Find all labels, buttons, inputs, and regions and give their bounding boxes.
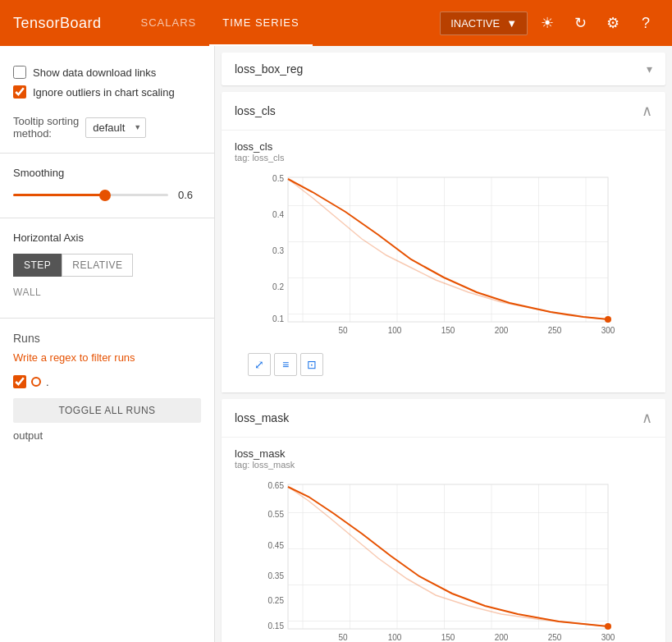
smoothing-section: Smoothing 0.6 [0,160,214,211]
loss-cls-chart-title: loss_cls [235,140,652,153]
svg-text:0.55: 0.55 [267,510,284,519]
svg-text:0.5: 0.5 [272,174,284,183]
axis-buttons: STEP RELATIVE [13,254,201,277]
svg-text:0.15: 0.15 [267,621,284,631]
data-table-button[interactable]: ≡ [274,353,297,376]
header-nav: SCALARS TIME SERIES [128,0,313,46]
runs-filter[interactable]: Write a regex to filter runs [13,351,201,364]
chart-group-loss-cls: loss_cls ∧ loss_cls tag: loss_cls [222,92,665,392]
show-download-checkbox[interactable] [13,66,26,79]
collapse-icon-loss-mask: ∧ [642,409,652,427]
smoothing-label: Smoothing [13,167,201,179]
svg-text:0.3: 0.3 [272,246,284,255]
tooltip-select-wrapper: default [85,117,146,138]
svg-text:150: 150 [441,633,455,642]
svg-text:300: 300 [601,633,615,642]
step-button[interactable]: STEP [13,254,62,277]
app-logo: TensorBoard [13,15,102,32]
ignore-outliers-label: Ignore outliers in chart scaling [33,86,175,99]
collapse-icon-loss-cls: ∧ [642,102,652,120]
divider-3 [0,318,214,319]
loss-mask-header[interactable]: loss_mask ∧ [222,399,665,438]
loss-cls-tag: tag: loss_cls [235,153,652,163]
loss-mask-card: loss_mask tag: loss_mask 0.65 0.55 0. [222,438,665,642]
svg-text:250: 250 [547,326,561,335]
svg-rect-0 [288,177,608,322]
h-axis-label: Horizontal Axis [13,232,201,244]
svg-rect-13 [288,484,608,629]
svg-text:0.1: 0.1 [272,314,284,323]
help-icon[interactable]: ? [633,10,659,36]
loss-box-reg-header[interactable]: loss_box_reg ▾ [222,53,665,85]
h-axis-section: Horizontal Axis STEP RELATIVE WALL [0,225,214,311]
loss-cls-card: loss_cls tag: loss_cls 0.5 0.4 [222,131,665,392]
main-layout: Show data download links Ignore outliers… [0,46,672,642]
svg-text:150: 150 [441,326,455,335]
relative-button[interactable]: RELATIVE [62,254,133,277]
toggle-all-runs-button[interactable]: TOGGLE ALL RUNS [13,398,201,423]
loss-cls-svg: 0.5 0.4 0.3 0.2 0.1 50 100 150 200 250 3… [255,169,633,350]
chart-group-loss-mask: loss_mask ∧ loss_mask tag: loss_mask [222,399,665,642]
loss-cls-chart: 0.5 0.4 0.3 0.2 0.1 50 100 150 200 250 3… [255,169,633,350]
svg-text:100: 100 [387,326,401,335]
svg-text:50: 50 [338,326,348,335]
show-download-label: Show data download links [33,66,156,79]
svg-text:250: 250 [547,633,561,642]
runs-section: Runs Write a regex to filter runs . TOGG… [0,325,214,448]
run-item-dot: . [13,374,201,390]
runs-title: Runs [13,332,201,345]
loss-mask-svg: 0.65 0.55 0.45 0.35 0.25 0.15 50 100 150… [255,476,633,642]
run-label: . [46,376,49,388]
sidebar: Show data download links Ignore outliers… [0,46,215,642]
loss-mask-title: loss_mask [235,411,289,424]
loss-cls-title: loss_cls [235,104,276,117]
loss-mask-chart: 0.65 0.55 0.45 0.35 0.25 0.15 50 100 150… [255,476,633,642]
brightness-icon[interactable]: ☀ [534,10,560,36]
status-selector[interactable]: INACTIVE ▼ [440,11,528,35]
loss-cls-header[interactable]: loss_cls ∧ [222,92,665,131]
svg-text:0.45: 0.45 [267,541,284,550]
svg-text:100: 100 [387,633,401,642]
header-right: INACTIVE ▼ ☀ ↻ ⚙ ? [440,10,659,36]
slider-row: 0.6 [13,189,201,201]
loss-cls-toolbar: ⤢ ≡ ⊡ [235,350,652,383]
wall-label: WALL [13,283,201,301]
svg-point-12 [605,316,611,323]
refresh-icon[interactable]: ↻ [567,10,593,36]
svg-point-26 [605,623,611,630]
sidebar-options: Show data download links Ignore outliers… [0,56,214,108]
tooltip-select[interactable]: default [85,117,146,138]
divider-1 [0,153,214,154]
svg-text:300: 300 [601,326,615,335]
fit-domain-button[interactable]: ⊡ [300,353,323,376]
nav-time-series[interactable]: TIME SERIES [209,0,312,46]
header: TensorBoard SCALARS TIME SERIES INACTIVE… [0,0,672,46]
svg-text:0.35: 0.35 [267,571,284,580]
svg-text:200: 200 [494,326,508,335]
ignore-outliers-checkbox[interactable] [13,85,26,99]
divider-2 [0,218,214,218]
svg-text:200: 200 [494,633,508,642]
smoothing-slider[interactable] [13,194,168,196]
collapse-arrow-icon: ▾ [647,62,652,76]
run-checkbox[interactable] [13,375,26,388]
svg-text:0.4: 0.4 [272,210,284,219]
svg-text:0.65: 0.65 [267,481,284,490]
svg-text:0.2: 0.2 [272,282,284,291]
svg-text:0.25: 0.25 [267,596,284,605]
smoothing-value: 0.6 [178,189,201,201]
nav-scalars[interactable]: SCALARS [128,0,210,46]
run-dot-icon [31,377,41,387]
loss-mask-tag: tag: loss_mask [235,460,652,470]
svg-text:50: 50 [338,633,348,642]
tooltip-row: Tooltip sortingmethod: default [0,108,214,146]
tooltip-sorting-label: Tooltip sortingmethod: [13,115,79,140]
ignore-outliers-row[interactable]: Ignore outliers in chart scaling [13,82,201,102]
expand-chart-button[interactable]: ⤢ [248,353,271,376]
chart-group-loss-box-reg: loss_box_reg ▾ [222,53,665,85]
show-download-row[interactable]: Show data download links [13,62,201,82]
loss-mask-chart-title: loss_mask [235,447,652,460]
loss-box-reg-title: loss_box_reg [235,62,303,76]
settings-icon[interactable]: ⚙ [600,10,626,36]
output-label: output [13,429,201,442]
